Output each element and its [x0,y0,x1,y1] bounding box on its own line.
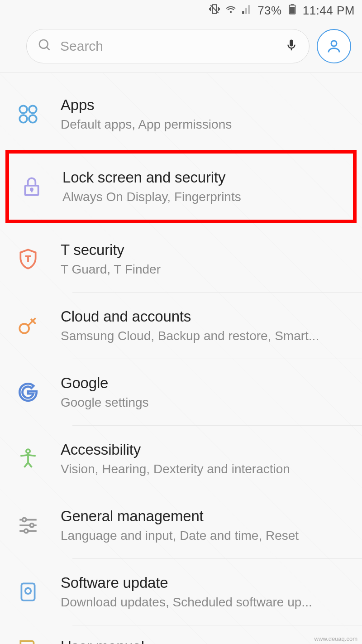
settings-item-lock-screen[interactable]: Lock screen and security Always On Displ… [9,154,353,220]
svg-point-21 [24,529,28,533]
update-icon [5,581,51,603]
svg-point-10 [29,115,37,123]
battery-icon [286,3,298,18]
svg-point-19 [30,524,33,527]
svg-point-6 [331,41,337,46]
signal-icon [241,3,253,18]
vibrate-icon [209,3,220,18]
item-title: User manual [61,638,351,644]
wifi-icon [225,3,237,18]
item-desc: Samsung Cloud, Backup and restore, Smart… [61,329,351,343]
svg-rect-2 [290,7,295,13]
item-title: Google [61,375,351,392]
key-icon [5,314,51,337]
mic-icon[interactable] [285,38,298,55]
settings-item-user-manual[interactable]: User manual [0,625,362,644]
accessibility-icon [5,447,51,470]
settings-item-general-management[interactable]: General management Language and input, D… [0,492,362,558]
item-desc: Default apps, App permissions [61,117,351,132]
item-title: T security [61,241,351,259]
settings-item-t-security[interactable]: T security T Guard, T Finder [0,226,362,292]
item-title: Lock screen and security [62,169,342,186]
highlight-annotation: Lock screen and security Always On Displ… [5,150,357,223]
svg-point-15 [26,449,30,453]
svg-point-9 [19,115,27,123]
lock-icon [11,175,52,198]
settings-item-software-update[interactable]: Software update Download updates, Schedu… [0,559,362,625]
search-icon [38,38,52,54]
item-desc: Vision, Hearing, Dexterity and interacti… [61,462,351,476]
search-input[interactable]: Search [26,29,310,63]
svg-point-12 [31,188,33,190]
settings-item-accessibility[interactable]: Accessibility Vision, Hearing, Dexterity… [0,426,362,492]
settings-item-google[interactable]: Google Google settings [0,359,362,425]
item-title: Accessibility [61,441,351,458]
svg-rect-22 [21,583,34,601]
profile-button[interactable] [317,29,351,63]
svg-line-5 [47,47,50,50]
item-title: General management [61,508,351,525]
item-desc: Always On Display, Fingerprints [62,190,342,204]
sliders-icon [5,514,51,537]
source-url: www.deuaq.com [314,635,357,642]
shield-icon [5,248,51,270]
item-desc: Download updates, Scheduled software up.… [61,595,351,610]
apps-icon [5,103,51,125]
item-title: Apps [61,96,351,114]
google-icon [5,381,51,404]
clock-time: 11:44 PM [303,4,355,18]
item-desc: Google settings [61,395,351,410]
status-bar: 73% 11:44 PM [0,0,362,21]
svg-point-7 [19,106,27,113]
item-title: Cloud and accounts [61,308,351,325]
svg-rect-3 [291,4,294,5]
svg-point-17 [23,518,26,521]
settings-list: Apps Default apps, App permissions Lock … [0,73,362,644]
item-desc: T Guard, T Finder [61,262,351,277]
item-desc: Language and input, Date and time, Reset [61,529,351,543]
item-title: Software update [61,574,351,591]
battery-percent: 73% [257,4,282,18]
search-placeholder: Search [60,38,276,54]
book-icon [5,637,51,644]
svg-point-8 [29,106,37,113]
svg-point-4 [39,40,48,48]
settings-item-cloud-accounts[interactable]: Cloud and accounts Samsung Cloud, Backup… [0,293,362,359]
settings-item-apps[interactable]: Apps Default apps, App permissions [0,81,362,147]
search-row: Search [0,21,362,72]
svg-line-0 [210,5,218,13]
